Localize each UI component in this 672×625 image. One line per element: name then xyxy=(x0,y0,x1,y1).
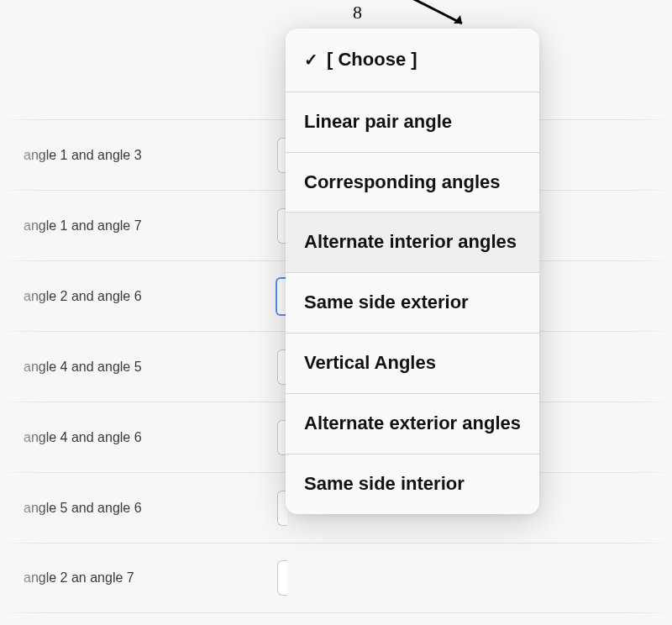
select-field[interactable] xyxy=(277,560,287,596)
dropdown-option[interactable]: Alternate exterior angles xyxy=(286,393,539,454)
dropdown-option-label: Corresponding angles xyxy=(304,171,500,194)
row-label: angle 2 an angle 7 xyxy=(24,570,134,586)
dropdown-option-label: Alternate interior angles xyxy=(304,231,517,254)
dropdown-option-label: [ Choose ] xyxy=(327,49,417,71)
dropdown-option[interactable]: Same side exterior xyxy=(286,272,539,333)
dropdown-option[interactable]: Corresponding angles xyxy=(286,152,539,213)
dropdown-option[interactable]: Linear pair angle xyxy=(286,92,539,152)
dropdown-option[interactable]: Alternate interior angles xyxy=(286,212,539,272)
dropdown-option-label: Same side exterior xyxy=(304,291,469,314)
dropdown-option-label: Vertical Angles xyxy=(304,352,436,375)
row-label: angle 4 and angle 5 xyxy=(24,360,142,375)
row-label: angle 1 and angle 7 xyxy=(24,218,142,234)
question-row: angle 2 an angle 7 xyxy=(0,543,672,613)
dropdown-option-selected[interactable]: ✓ [ Choose ] xyxy=(286,29,539,92)
select-field[interactable] xyxy=(276,277,286,316)
svg-line-0 xyxy=(407,0,462,24)
dropdown-option[interactable]: Same side interior xyxy=(286,454,539,514)
checkmark-icon: ✓ xyxy=(304,50,318,70)
row-label: angle 5 and angle 6 xyxy=(24,501,142,516)
row-label: angle 4 and angle 6 xyxy=(24,430,142,445)
diagram-label-8: 8 xyxy=(353,2,362,24)
dropdown-option[interactable]: Vertical Angles xyxy=(286,333,539,393)
row-label: angle 1 and angle 3 xyxy=(24,148,142,163)
row-label: angle 2 and angle 6 xyxy=(24,289,142,304)
dropdown-option-label: Same side interior xyxy=(304,473,465,496)
angle-type-dropdown[interactable]: ✓ [ Choose ] Linear pair angle Correspon… xyxy=(286,29,539,514)
dropdown-option-label: Alternate exterior angles xyxy=(304,412,521,435)
dropdown-option-label: Linear pair angle xyxy=(304,111,452,134)
